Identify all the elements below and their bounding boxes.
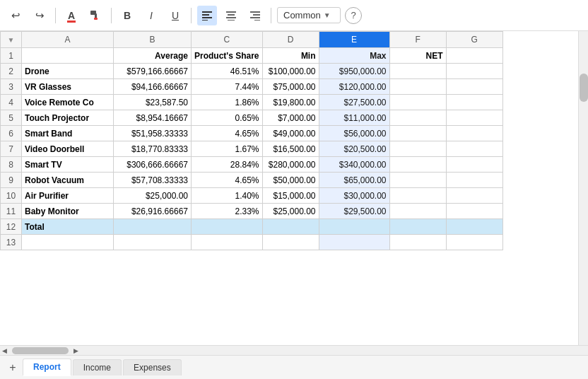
cell-4a[interactable]: Voice Remote Co — [22, 95, 114, 110]
bold-button[interactable]: B — [117, 6, 137, 25]
cell-1f[interactable]: NET — [389, 48, 446, 64]
cell-9c[interactable]: 4.65% — [192, 173, 263, 188]
cell-1b[interactable]: Average — [114, 48, 192, 64]
cell-2g[interactable] — [446, 64, 502, 79]
cell-4e[interactable]: $27,500.00 — [319, 95, 389, 110]
cell-1g[interactable] — [446, 48, 502, 64]
col-header-b[interactable]: B — [114, 32, 192, 48]
cell-13b[interactable] — [114, 235, 192, 250]
cell-8e[interactable]: $340,000.00 — [319, 157, 389, 173]
underline-button[interactable]: U — [165, 6, 185, 25]
cell-8b[interactable]: $306,666.66667 — [114, 157, 192, 173]
cell-13c[interactable] — [192, 235, 263, 250]
tab-expenses[interactable]: Expenses — [123, 359, 182, 375]
format-dropdown[interactable]: Common ▼ — [277, 7, 341, 23]
cell-12c[interactable] — [192, 219, 263, 235]
cell-13e[interactable] — [319, 235, 389, 250]
cell-5c[interactable]: 0.65% — [192, 110, 263, 126]
cell-1d[interactable]: Min — [262, 48, 319, 64]
cell-7g[interactable] — [446, 141, 502, 157]
cell-6g[interactable] — [446, 126, 502, 141]
cell-6a[interactable]: Smart Band — [22, 126, 114, 141]
cell-12a[interactable]: Total — [22, 219, 114, 235]
cell-4f[interactable] — [389, 95, 446, 110]
cell-6f[interactable] — [389, 126, 446, 141]
cell-9d[interactable]: $50,000.00 — [262, 173, 319, 188]
cell-3e[interactable]: $120,000.00 — [319, 79, 389, 95]
cell-12g[interactable] — [446, 219, 502, 235]
cell-10b[interactable]: $25,000.00 — [114, 188, 192, 204]
cell-3f[interactable] — [389, 79, 446, 95]
cell-11c[interactable]: 2.33% — [192, 204, 263, 219]
cell-13f[interactable] — [389, 235, 446, 250]
redo-button[interactable]: ↪ — [30, 6, 49, 25]
cell-6c[interactable]: 4.65% — [192, 126, 263, 141]
cell-9g[interactable] — [446, 173, 502, 188]
scroll-right-icon[interactable]: ▶ — [71, 347, 81, 354]
cell-2d[interactable]: $100,000.00 — [262, 64, 319, 79]
cell-9a[interactable]: Robot Vacuum — [22, 173, 114, 188]
cell-5d[interactable]: $7,000.00 — [262, 110, 319, 126]
cell-10d[interactable]: $15,000.00 — [262, 188, 319, 204]
col-header-a[interactable]: A — [22, 32, 114, 48]
tab-report[interactable]: Report — [23, 358, 71, 376]
cell-7b[interactable]: $18,770.83333 — [114, 141, 192, 157]
col-header-d[interactable]: D — [262, 32, 319, 48]
align-left-button[interactable] — [197, 6, 217, 25]
help-button[interactable]: ? — [345, 7, 362, 24]
cell-2f[interactable] — [389, 64, 446, 79]
tab-income[interactable]: Income — [73, 359, 122, 375]
horizontal-scrollbar[interactable]: ◀ ▶ — [0, 345, 588, 355]
cell-7f[interactable] — [389, 141, 446, 157]
cell-10a[interactable]: Air Purifier — [22, 188, 114, 204]
cell-12b[interactable] — [114, 219, 192, 235]
cell-2a[interactable]: Drone — [22, 64, 114, 79]
cell-8a[interactable]: Smart TV — [22, 157, 114, 173]
cell-4d[interactable]: $19,800.00 — [262, 95, 319, 110]
cell-7a[interactable]: Video Doorbell — [22, 141, 114, 157]
col-header-f[interactable]: F — [389, 32, 446, 48]
cell-5a[interactable]: Touch Projector — [22, 110, 114, 126]
cell-4g[interactable] — [446, 95, 502, 110]
cell-3c[interactable]: 7.44% — [192, 79, 263, 95]
add-sheet-button[interactable]: + — [4, 359, 21, 376]
cell-3b[interactable]: $94,166.66667 — [114, 79, 192, 95]
cell-13d[interactable] — [262, 235, 319, 250]
cell-1c[interactable]: Product's Share — [192, 48, 263, 64]
cell-11a[interactable]: Baby Monitor — [22, 204, 114, 219]
cell-8c[interactable]: 28.84% — [192, 157, 263, 173]
cell-8d[interactable]: $280,000.00 — [262, 157, 319, 173]
cell-12f[interactable] — [389, 219, 446, 235]
cell-5f[interactable] — [389, 110, 446, 126]
vertical-scrollbar-thumb[interactable] — [580, 74, 588, 102]
cell-4c[interactable]: 1.86% — [192, 95, 263, 110]
cell-2c[interactable]: 46.51% — [192, 64, 263, 79]
scroll-left-icon[interactable]: ◀ — [0, 347, 9, 354]
cell-5e[interactable]: $11,000.00 — [319, 110, 389, 126]
cell-7e[interactable]: $20,500.00 — [319, 141, 389, 157]
cell-10e[interactable]: $30,000.00 — [319, 188, 389, 204]
cell-11f[interactable] — [389, 204, 446, 219]
cell-1a[interactable] — [22, 48, 114, 64]
cell-11d[interactable]: $25,000.00 — [262, 204, 319, 219]
font-color-button[interactable]: A — [61, 6, 81, 25]
grid-scroll[interactable]: ▼ A B C D E F G 1 — [0, 31, 578, 345]
cell-12d[interactable] — [262, 219, 319, 235]
cell-9b[interactable]: $57,708.33333 — [114, 173, 192, 188]
cell-11g[interactable] — [446, 204, 502, 219]
cell-13g[interactable] — [446, 235, 502, 250]
cell-8g[interactable] — [446, 157, 502, 173]
align-center-button[interactable] — [221, 6, 241, 25]
italic-button[interactable]: I — [141, 6, 161, 25]
cell-3g[interactable] — [446, 79, 502, 95]
cell-5g[interactable] — [446, 110, 502, 126]
paint-format-button[interactable] — [86, 6, 105, 25]
cell-6b[interactable]: $51,958.33333 — [114, 126, 192, 141]
cell-4b[interactable]: $23,587.50 — [114, 95, 192, 110]
undo-button[interactable]: ↩ — [6, 6, 25, 25]
cell-5b[interactable]: $8,954.16667 — [114, 110, 192, 126]
cell-2b[interactable]: $579,166.66667 — [114, 64, 192, 79]
cell-10c[interactable]: 1.40% — [192, 188, 263, 204]
cell-12e[interactable] — [319, 219, 389, 235]
cell-13a[interactable] — [22, 235, 114, 250]
